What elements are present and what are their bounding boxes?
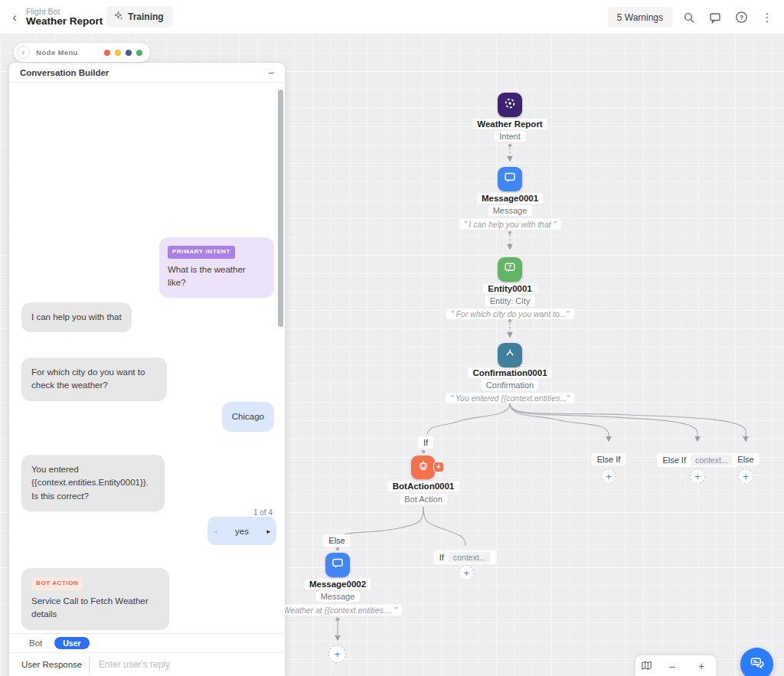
user-reply-input[interactable] <box>90 659 285 670</box>
panel-title: Conversation Builder <box>20 68 109 77</box>
branch-else[interactable]: Else <box>732 453 759 465</box>
test-chat-fab[interactable] <box>740 648 773 676</box>
chat-text: Chicago <box>232 412 264 421</box>
minimap-icon[interactable] <box>641 660 652 671</box>
node-color-dot-yellow <box>115 50 121 56</box>
chat-text: yes <box>235 527 249 536</box>
chat-text: What is the weather like? <box>168 263 266 290</box>
chat-text: You entered {{context.entities.Entity000… <box>31 465 149 501</box>
chat-bubble-primary-intent[interactable]: PRIMARY INTENT What is the weather like? <box>159 237 274 298</box>
branch-if[interactable]: If <box>418 436 433 449</box>
training-button[interactable]: Training <box>106 6 173 28</box>
svg-text:?: ? <box>508 263 512 270</box>
node-subtitle: Confirmation <box>482 380 538 390</box>
chat-text: For which city do you want to check the … <box>31 367 145 390</box>
message-icon <box>503 171 517 188</box>
scrollbar-thumb[interactable] <box>278 90 283 327</box>
composer-row: User Response <box>9 652 285 676</box>
chat-bubble-user[interactable]: Chicago <box>222 402 274 432</box>
conversation-builder-panel: Conversation Builder – PRIMARY INTENT Wh… <box>9 63 285 676</box>
add-node-button[interactable]: + <box>738 469 753 484</box>
node-color-dot-blue <box>126 50 132 56</box>
primary-intent-badge: PRIMARY INTENT <box>168 246 235 259</box>
node-subtitle: Message <box>316 591 360 602</box>
branch-else-if-2[interactable]: Else Ifcontext... <box>657 453 737 467</box>
branch-else-if-1[interactable]: Else If <box>592 453 626 465</box>
task-selector[interactable]: Weather Report ▾ <box>26 15 110 27</box>
composer-label: User Response <box>9 660 89 669</box>
condition-chip[interactable]: context... <box>691 455 733 465</box>
zoom-in-button[interactable]: + <box>692 657 710 675</box>
node-title: Confirmation0001 <box>468 367 551 378</box>
more-menu-icon[interactable]: ⋮ <box>758 8 776 27</box>
search-icon[interactable] <box>680 8 698 27</box>
chat-bubble-user-carousel[interactable]: ◂ yes ▸ <box>207 517 276 545</box>
warnings-button[interactable]: 5 Warnings <box>608 7 672 28</box>
node-menu-bar: › Node Menu <box>14 43 150 62</box>
training-icon <box>113 11 123 23</box>
node-subtitle: Intent <box>495 131 525 142</box>
condition-chip[interactable]: context... <box>449 552 491 563</box>
branch-else-lower[interactable]: Else <box>323 534 350 547</box>
zoom-out-button[interactable]: – <box>663 657 681 675</box>
top-bar: ‹ Flight Bot Weather Report ▾ Training 5… <box>0 0 784 34</box>
node-quote: " You entered {{context.entities..." <box>446 393 574 403</box>
carousel-prev-icon[interactable]: ◂ <box>214 527 217 535</box>
node-weather-report[interactable] <box>498 93 522 117</box>
chat-icon[interactable] <box>706 8 724 27</box>
branch-if-lower[interactable]: Ifcontext... <box>434 550 496 564</box>
chat-bubbles-icon <box>749 655 766 674</box>
svg-text:?: ? <box>739 14 743 21</box>
toggle-bot[interactable]: Bot <box>29 638 42 648</box>
add-connection-button[interactable]: + <box>433 462 444 472</box>
bot-action-icon <box>416 459 430 476</box>
minimize-button[interactable]: – <box>269 69 274 77</box>
node-title: BotAction0001 <box>388 481 459 491</box>
node-botaction0001[interactable] <box>411 456 435 479</box>
sender-toggle: Bot User <box>9 633 285 652</box>
node-subtitle: Entity: City <box>485 296 535 306</box>
canvas-zoom-toolbar: – + <box>635 655 716 676</box>
node-confirmation0001[interactable] <box>498 343 522 367</box>
carousel-pager: 1 of 4 <box>253 508 273 517</box>
add-node-button[interactable]: + <box>690 469 705 484</box>
node-title: Weather Report <box>472 119 547 129</box>
confirmation-branch-icon <box>503 347 517 364</box>
node-entity0001[interactable]: ? <box>498 257 522 282</box>
intent-icon <box>503 96 517 113</box>
entity-icon: ? <box>503 261 517 278</box>
node-menu-label: Node Menu <box>36 48 78 57</box>
node-color-dot-green <box>136 50 142 56</box>
bot-action-badge: BOT ACTION <box>31 577 83 590</box>
node-title: Message0002 <box>305 579 371 589</box>
chat-bubble-bot[interactable]: For which city do you want to check the … <box>21 358 167 401</box>
node-quote: " Weather at {{context.entities.... " <box>273 605 402 616</box>
node-message0001[interactable] <box>498 167 522 191</box>
node-message0002[interactable] <box>325 553 350 577</box>
chat-text: I can help you with that <box>31 312 122 322</box>
chat-bubble-bot-action[interactable]: BOT ACTION Service Call to Fetch Weather… <box>21 568 169 630</box>
chat-text: Service Call to Fetch Weather details <box>31 595 159 622</box>
panel-header: Conversation Builder – <box>9 63 285 83</box>
chat-bubble-bot[interactable]: I can help you with that <box>21 302 132 332</box>
node-quote: " For which city do you want to..." <box>446 309 574 319</box>
message-icon <box>331 557 345 573</box>
carousel-next-icon[interactable]: ▸ <box>266 527 270 535</box>
node-subtitle: Message <box>488 205 532 216</box>
add-node-button[interactable]: + <box>328 645 346 663</box>
node-title: Message0001 <box>477 193 543 204</box>
node-title: Entity0001 <box>483 283 537 294</box>
chat-bubble-bot[interactable]: You entered {{context.entities.Entity000… <box>21 455 165 511</box>
node-color-dot-orange <box>104 50 110 56</box>
add-node-button[interactable]: + <box>601 469 616 484</box>
node-quote: " I can help you with that " <box>459 219 561 230</box>
help-icon[interactable]: ? <box>732 8 750 27</box>
back-button[interactable]: ‹ <box>6 9 23 26</box>
node-subtitle: Bot Action <box>400 494 447 505</box>
add-node-button[interactable]: + <box>459 565 474 580</box>
expand-node-menu-button[interactable]: › <box>17 46 30 59</box>
toggle-user[interactable]: User <box>54 637 89 649</box>
